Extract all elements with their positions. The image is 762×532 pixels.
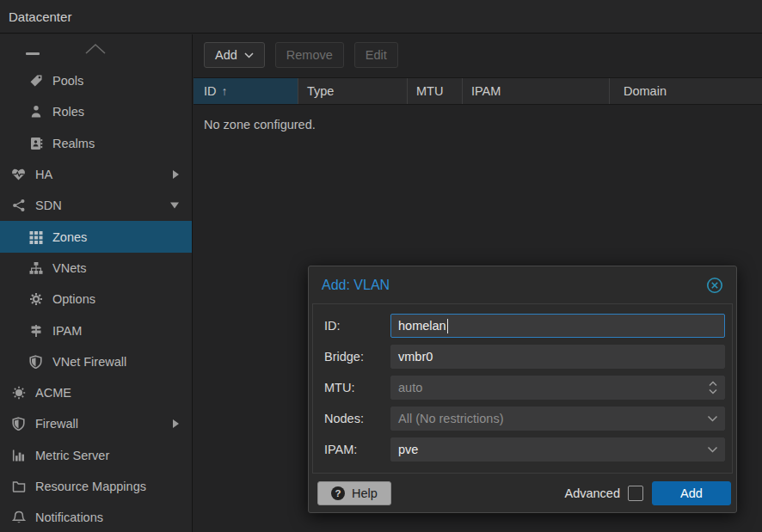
empty-table-message: No zone configured.: [194, 105, 762, 131]
ipam-dropdown[interactable]: pve: [390, 437, 725, 462]
ipam-field-label: IPAM:: [320, 443, 390, 456]
chevron-down-icon[interactable]: [707, 438, 718, 461]
advanced-label: Advanced: [565, 486, 621, 500]
sidebar-item-notifications[interactable]: Notifications: [0, 502, 192, 532]
dialog-body: ID: homelan Bridge: vmbr0 MTU: auto Node…: [312, 303, 733, 474]
bell-icon: [10, 511, 27, 524]
field-row-ipam: IPAM: pve: [320, 437, 725, 462]
sidebar-item-label: Resource Mappings: [35, 480, 146, 493]
sidebar-scroll-indicator[interactable]: [0, 34, 192, 65]
sidebar-item-label: Zones: [52, 230, 87, 244]
field-row-nodes: Nodes: All (No restrictions): [320, 407, 725, 431]
sidebar-item-label: Notifications: [35, 511, 103, 524]
chevron-right-icon[interactable]: [173, 170, 179, 179]
page-title: Datacenter: [9, 9, 71, 24]
add-button-label: Add: [215, 48, 237, 62]
chevron-down-icon[interactable]: [170, 203, 179, 209]
map-signs-icon: [28, 324, 44, 338]
sidebar-item-label: ACME: [35, 386, 71, 400]
sidebar-item-label: Firewall: [35, 417, 78, 431]
bridge-input[interactable]: vmbr0: [390, 345, 725, 369]
sidebar-item-label: VNets: [52, 261, 87, 275]
mtu-spinner[interactable]: auto: [390, 376, 725, 400]
sidebar-item-sdn[interactable]: SDN: [0, 190, 192, 221]
help-button[interactable]: ? Help: [317, 481, 391, 505]
sidebar-item-metric-server[interactable]: Metric Server: [0, 440, 192, 471]
sidebar-item-label: HA: [35, 168, 52, 181]
sidebar-item-label: VNet Firewall: [52, 355, 126, 369]
column-header-id[interactable]: ID ↑: [194, 78, 298, 104]
submit-add-label: Add: [680, 486, 703, 500]
dialog-footer: ? Help Advanced Add: [309, 474, 736, 512]
id-input[interactable]: homelan: [390, 314, 725, 338]
mtu-field-label: MTU:: [320, 381, 390, 394]
sidebar-item-ipam[interactable]: IPAM: [0, 315, 192, 345]
sidebar-item-label: Realms: [52, 137, 95, 150]
user-icon: [28, 105, 44, 119]
sidebar-item-roles[interactable]: Roles: [0, 96, 192, 127]
sidebar-item-label: Roles: [52, 105, 84, 119]
field-row-mtu: MTU: auto: [320, 376, 725, 400]
sidebar-item-options[interactable]: Options: [0, 284, 192, 315]
add-button[interactable]: Add: [204, 42, 265, 68]
sidebar-item-label: SDN: [35, 199, 62, 212]
sidebar-item-vnets[interactable]: VNets: [0, 253, 192, 284]
folder-icon: [10, 480, 27, 493]
id-field-label: ID:: [320, 319, 390, 333]
chevron-down-icon[interactable]: [707, 407, 718, 430]
field-row-bridge: Bridge: vmbr0: [320, 345, 725, 369]
spinner-arrows-icon[interactable]: [708, 376, 718, 399]
sidebar-item-zones[interactable]: Zones: [0, 221, 192, 252]
help-button-label: Help: [352, 486, 378, 500]
sidebar-item-realms[interactable]: Realms: [0, 128, 192, 159]
dialog-title: Add: VLAN: [322, 278, 390, 293]
zones-table-header: ID ↑ Type MTU IPAM Domain: [194, 77, 762, 105]
remove-button-label: Remove: [286, 48, 333, 62]
nodes-dropdown[interactable]: All (No restrictions): [390, 407, 725, 431]
nodes-field-label: Nodes:: [320, 412, 390, 425]
sitemap-icon: [28, 261, 44, 275]
sidebar-item-acme[interactable]: ACME: [0, 377, 192, 408]
grid-icon: [28, 230, 44, 244]
edit-button[interactable]: Edit: [354, 42, 398, 68]
top-bar: Datacenter: [0, 0, 762, 34]
bridge-field-label: Bridge:: [320, 350, 390, 364]
sidebar-item-resource-mappings[interactable]: Resource Mappings: [0, 471, 192, 502]
field-row-id: ID: homelan: [320, 314, 725, 338]
edit-button-label: Edit: [366, 48, 387, 62]
shield-icon: [28, 355, 44, 369]
add-vlan-dialog: Add: VLAN ID: homelan Bridge: vmbr0 MTU:…: [308, 266, 737, 513]
chevron-right-icon[interactable]: [173, 419, 179, 428]
shield-icon: [10, 417, 27, 431]
sidebar-item-label: Metric Server: [35, 449, 109, 462]
address-book-icon: [28, 137, 44, 150]
text-cursor: [447, 319, 449, 333]
sidebar-item-label: Options: [52, 292, 95, 306]
column-header-mtu[interactable]: MTU: [408, 78, 463, 104]
close-icon[interactable]: [706, 277, 723, 294]
bar-chart-icon: [10, 449, 27, 462]
sidebar-item-vnet-firewall[interactable]: VNet Firewall: [0, 346, 192, 377]
column-header-domain[interactable]: Domain: [610, 78, 762, 104]
heartbeat-icon: [10, 168, 27, 181]
column-header-type[interactable]: Type: [298, 78, 408, 104]
share-nodes-icon: [10, 199, 27, 212]
advanced-checkbox[interactable]: [628, 486, 643, 501]
sidebar-item-ha[interactable]: HA: [0, 159, 192, 190]
sort-ascending-icon: ↑: [222, 84, 228, 98]
chevron-up-icon: [83, 43, 108, 55]
sidebar-item-pools[interactable]: Pools: [0, 65, 192, 96]
sidebar-item-firewall[interactable]: Firewall: [0, 408, 192, 439]
remove-button[interactable]: Remove: [275, 42, 344, 68]
sidebar: Pools Roles Realms HA SDN Zones: [0, 34, 193, 532]
question-circle-icon: ?: [331, 486, 345, 500]
certificate-icon: [10, 386, 27, 400]
sidebar-item-label: IPAM: [52, 324, 82, 338]
gear-icon: [28, 292, 44, 306]
clipped-item-icon: [26, 52, 40, 55]
tag-icon: [28, 74, 44, 88]
zones-toolbar: Add Remove Edit: [194, 34, 762, 77]
column-header-ipam[interactable]: IPAM: [463, 78, 610, 104]
submit-add-button[interactable]: Add: [652, 481, 731, 505]
dialog-header[interactable]: Add: VLAN: [309, 266, 736, 303]
